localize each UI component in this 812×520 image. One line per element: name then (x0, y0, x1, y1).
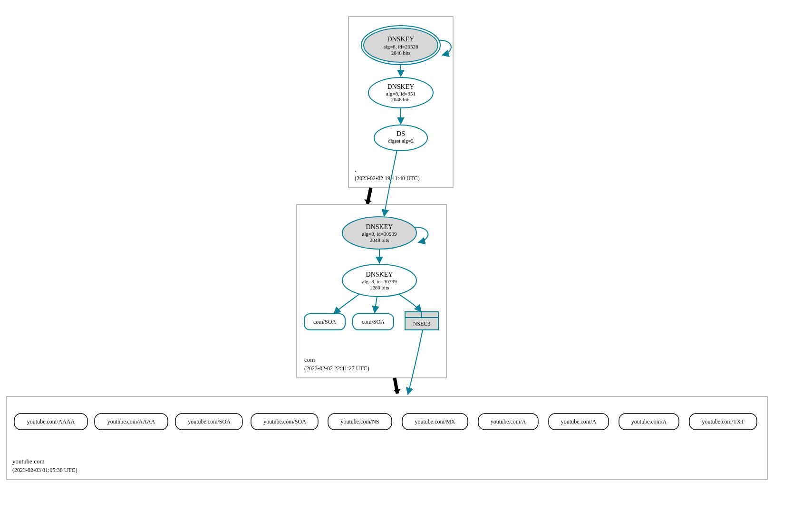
root-zsk-title: DNSKEY (387, 83, 415, 90)
node-root-ksk: DNSKEY alg=8, id=20326 2048 bits (361, 26, 440, 65)
zone-youtube-label: youtube.com (12, 458, 45, 465)
svg-rect-17 (7, 396, 767, 480)
com-ksk-line3: 2048 bits (370, 237, 389, 243)
node-yt-rec-4: youtube.com/NS (328, 414, 392, 430)
root-ksk-line3: 2048 bits (391, 50, 411, 56)
node-com-ksk: DNSKEY alg=8, id=30909 2048 bits (342, 217, 416, 249)
zone-com-label: com (304, 356, 315, 363)
com-soa2-label: com/SOA (362, 318, 385, 325)
com-nsec3-label: NSEC3 (413, 320, 431, 327)
root-ksk-line2: alg=8, id=20326 (384, 44, 418, 49)
node-com-soa1: com/SOA (304, 314, 345, 330)
dnssec-diagram: DNSKEY alg=8, id=20326 2048 bits DNSKEY … (0, 0, 812, 520)
node-com-soa2: com/SOA (353, 314, 394, 330)
node-root-zsk: DNSKEY alg=8, id=951 2048 bits (368, 77, 433, 108)
yt-rec-9-label: youtube.com/TXT (702, 418, 745, 425)
edge-comzsk-soa1 (334, 294, 360, 314)
node-yt-rec-6: youtube.com/A (478, 414, 538, 430)
root-ds-line2: digest alg=2 (388, 138, 414, 144)
zone-root: DNSKEY alg=8, id=20326 2048 bits DNSKEY … (348, 17, 453, 188)
edge-root-to-com (364, 188, 372, 204)
yt-rec-2-label: youtube.com/SOA (188, 418, 231, 425)
yt-rec-3-label: youtube.com/SOA (263, 418, 306, 425)
root-ds-title: DS (396, 130, 405, 137)
zone-youtube: youtube.com/AAAA youtube.com/AAAA youtub… (7, 396, 767, 480)
yt-rec-0-label: youtube.com/AAAA (27, 418, 75, 425)
com-ksk-title: DNSKEY (366, 223, 393, 231)
zone-youtube-ts: (2023-02-03 01:05:38 UTC) (12, 467, 77, 473)
yt-rec-6-label: youtube.com/A (491, 418, 526, 425)
node-com-nsec3: NSEC3 (405, 312, 438, 330)
node-yt-rec-9: youtube.com/TXT (689, 414, 757, 430)
com-zsk-line3: 1280 bits (370, 285, 389, 290)
node-yt-rec-3: youtube.com/SOA (251, 414, 318, 430)
root-ksk-title: DNSKEY (387, 36, 415, 43)
root-zsk-line2: alg=8, id=951 (386, 91, 416, 96)
yt-rec-1-label: youtube.com/AAAA (107, 418, 155, 425)
com-zsk-title: DNSKEY (366, 271, 393, 278)
node-yt-rec-0: youtube.com/AAAA (14, 414, 87, 430)
edge-comzsk-soa2 (375, 297, 377, 313)
node-root-ds: DS digest alg=2 (374, 125, 427, 151)
node-com-zsk: DNSKEY alg=8, id=36739 1280 bits (342, 264, 416, 297)
edge-com-to-youtube (394, 378, 401, 394)
yt-rec-8-label: youtube.com/A (631, 418, 667, 425)
edge-nsec3-youtube (408, 330, 423, 395)
node-yt-rec-1: youtube.com/AAAA (95, 414, 168, 430)
zone-root-ts: (2023-02-02 19:41:48 UTC) (355, 175, 420, 182)
edge-comzsk-nsec3 (398, 294, 421, 312)
com-zsk-line2: alg=8, id=36739 (362, 279, 397, 284)
node-yt-rec-5: youtube.com/MX (402, 414, 468, 430)
com-ksk-line2: alg=8, id=30909 (362, 231, 397, 237)
yt-rec-5-label: youtube.com/MX (415, 418, 455, 425)
yt-rec-4-label: youtube.com/NS (341, 418, 379, 425)
zone-com-ts: (2023-02-02 22:41:27 UTC) (304, 365, 369, 372)
node-yt-rec-2: youtube.com/SOA (175, 414, 242, 430)
node-yt-rec-7: youtube.com/A (549, 414, 609, 430)
zone-root-label: . (355, 166, 356, 173)
yt-rec-7-label: youtube.com/A (561, 418, 597, 425)
edge-ds-comksk (384, 150, 397, 216)
com-soa1-label: com/SOA (313, 318, 336, 325)
svg-marker-16 (394, 389, 401, 394)
zone-com: DNSKEY alg=8, id=30909 2048 bits DNSKEY … (297, 204, 446, 378)
node-yt-rec-8: youtube.com/A (619, 414, 679, 430)
root-zsk-line3: 2048 bits (391, 96, 411, 102)
